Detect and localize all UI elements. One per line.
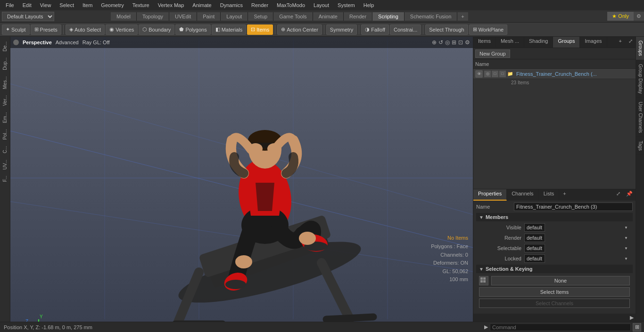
menu-item[interactable]: Item (79, 1, 96, 9)
right-tab-images[interactable]: Images (580, 37, 607, 48)
select-channels-btn[interactable]: Select Channels (479, 299, 630, 308)
name-input[interactable] (514, 202, 633, 211)
sidebar-item-em[interactable]: Em... (1, 109, 8, 126)
tab-schematic[interactable]: Schematic Fusion (405, 12, 457, 21)
right-tab-mesh[interactable]: Mesh ... (496, 37, 524, 48)
group-lock-btn[interactable]: □ (492, 71, 498, 77)
tab-scripting[interactable]: Scripting (372, 12, 405, 21)
advanced-label[interactable]: Advanced (56, 40, 79, 45)
auto-select-btn[interactable]: ◈ Auto Select (66, 24, 105, 35)
menu-system[interactable]: System (334, 1, 359, 9)
tab-setup[interactable]: Setup (248, 12, 273, 21)
constraints-btn[interactable]: Constrai... (390, 24, 421, 35)
vert-tab-groups[interactable]: Groups (636, 37, 644, 60)
group-render-btn[interactable]: ◎ (484, 71, 491, 77)
menu-edit[interactable]: Edit (19, 1, 35, 9)
vp-ctrl-rotate[interactable]: ⊕ (432, 39, 437, 46)
vp-ctrl-undo[interactable]: ↺ (438, 39, 443, 46)
menu-select[interactable]: Select (56, 1, 78, 9)
members-section[interactable]: ▼ Members (476, 213, 633, 221)
right-tab-groups[interactable]: Groups (553, 37, 580, 48)
right-tab-add[interactable]: + (615, 37, 626, 48)
vert-tab-group-display[interactable]: Group Display (636, 60, 644, 98)
right-tab-shading[interactable]: Shading (524, 37, 553, 48)
props-expand-btn[interactable]: ⤢ (613, 189, 623, 201)
sidebar-item-de[interactable]: De... (1, 39, 8, 54)
sidebar-item-uv[interactable]: UV... (1, 157, 8, 172)
vertices-btn[interactable]: ◉ Vertices (106, 24, 138, 35)
tab-animate[interactable]: Animate (313, 12, 344, 21)
select-through-btn[interactable]: Select Through (425, 24, 468, 35)
vert-tab-tags[interactable]: Tags (636, 137, 644, 155)
menu-dynamics[interactable]: Dynamics (216, 1, 247, 9)
command-extra-btn[interactable]: ⊞ (633, 323, 641, 332)
menu-view[interactable]: View (36, 1, 55, 9)
items-btn[interactable]: ⊡ Items (247, 24, 273, 35)
locked-select[interactable]: defaultonoff (524, 254, 545, 263)
materials-btn[interactable]: ◧ Materials (212, 24, 247, 35)
tab-uvedit[interactable]: UVEdit (169, 12, 197, 21)
new-group-btn[interactable]: New Group (475, 49, 510, 58)
star-only-btn[interactable]: ★ Only (607, 12, 634, 21)
props-tab-channels[interactable]: Channels (507, 189, 538, 201)
menu-texture[interactable]: Texture (129, 1, 153, 9)
group-extra-btn[interactable]: □ (499, 71, 506, 77)
none-btn[interactable]: None (491, 276, 630, 285)
raygl-label[interactable]: Ray GL: Off (83, 40, 110, 45)
sidebar-item-dup[interactable]: Dup... (1, 55, 8, 73)
tab-paint[interactable]: Paint (197, 12, 221, 21)
expand-panel-btn[interactable]: ⤢ (626, 37, 636, 48)
group-name-label[interactable]: Fitness_Trainer_Crunch_Bench (... (516, 71, 634, 77)
sculpt-btn[interactable]: ✦ Sculpt (2, 24, 30, 35)
selectable-select[interactable]: defaultonoff (524, 244, 545, 252)
sidebar-item-c[interactable]: C... (1, 143, 8, 156)
menu-help[interactable]: Help (360, 1, 378, 9)
tab-topology[interactable]: Topology (137, 12, 169, 21)
falloff-btn[interactable]: ◑ Falloff (361, 24, 389, 35)
select-items-btn[interactable]: Select Items (479, 287, 630, 297)
tab-render[interactable]: Render (344, 12, 372, 21)
action-center-btn[interactable]: ⊕ Action Center (277, 24, 322, 35)
vp-ctrl-grid[interactable]: ⊡ (458, 39, 463, 46)
symmetry-btn[interactable]: Symmetry (326, 24, 357, 35)
boundary-btn[interactable]: ⬡ Boundary (139, 24, 174, 35)
vert-tab-user-channels[interactable]: User Channels (636, 98, 644, 137)
menu-render[interactable]: Render (248, 1, 272, 9)
viewport[interactable]: Perspective Advanced Ray GL: Off ⊕ ↺ ◎ ⊞… (10, 37, 473, 322)
layout-dropdown[interactable]: Default Layouts (2, 12, 54, 21)
visible-select[interactable]: defaultonoff (524, 223, 545, 232)
sidebar-item-pol[interactable]: Pol... (1, 126, 8, 143)
render-select[interactable]: defaultonoff (524, 234, 545, 242)
expand-arrow-right[interactable]: ▶ (630, 315, 634, 321)
vp-ctrl-settings[interactable]: ⚙ (465, 39, 470, 46)
viewport-toggle[interactable] (13, 40, 19, 45)
sel-keying-section[interactable]: ▼ Selection & Keying (476, 265, 633, 273)
menu-geometry[interactable]: Geometry (97, 1, 127, 9)
menu-maxtomodo[interactable]: MaxToModo (273, 1, 309, 9)
right-tab-items[interactable]: Items (473, 37, 496, 48)
tab-game-tools[interactable]: Game Tools (273, 12, 313, 21)
sidebar-item-mes[interactable]: Mes... (1, 73, 8, 92)
sidebar-item-f[interactable]: F... (1, 173, 8, 185)
props-tab-lists[interactable]: Lists (539, 189, 560, 201)
props-tab-properties[interactable]: Properties (473, 189, 507, 201)
command-input[interactable] (490, 324, 631, 331)
keying-icon[interactable] (479, 276, 488, 285)
props-pin-btn[interactable]: 📌 (623, 189, 636, 201)
vp-ctrl-target[interactable]: ◎ (445, 39, 450, 46)
polygons-btn[interactable]: ⬟ Polygons (175, 24, 210, 35)
menu-vertex-map[interactable]: Vertex Map (154, 1, 188, 9)
menu-animate[interactable]: Animate (189, 1, 215, 9)
menu-file[interactable]: File (2, 1, 18, 9)
workplane-btn[interactable]: ⊞ WorkPlane (469, 24, 508, 35)
tab-model[interactable]: Model (111, 12, 137, 21)
vp-ctrl-expand[interactable]: ⊞ (452, 39, 456, 46)
perspective-label[interactable]: Perspective (23, 40, 52, 45)
gear-btn[interactable]: ⚙ (634, 12, 644, 21)
tab-layout[interactable]: Layout (221, 12, 248, 21)
tab-add[interactable]: + (457, 12, 468, 21)
menu-layout[interactable]: Layout (310, 1, 333, 9)
group-visibility-toggle[interactable]: 👁 (475, 70, 483, 78)
props-tab-plus[interactable]: + (559, 189, 570, 201)
command-run-btn[interactable]: ▶ (484, 324, 488, 330)
